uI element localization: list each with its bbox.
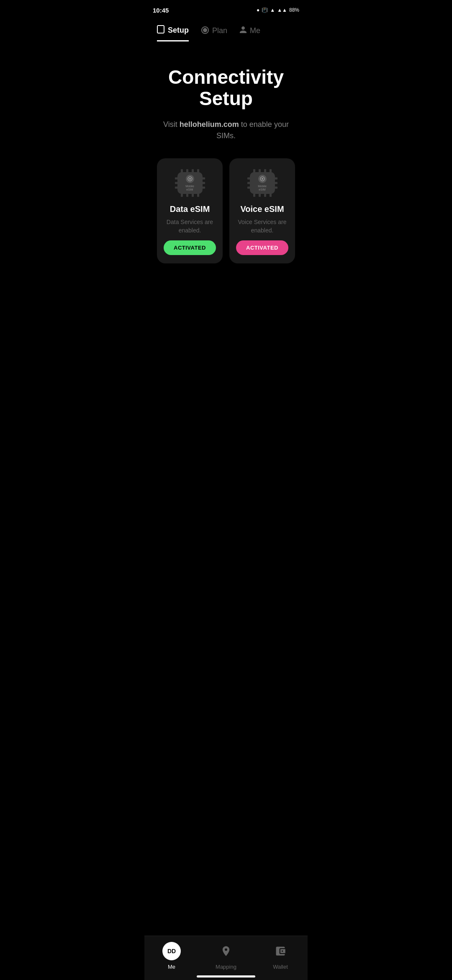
- signal-icon: ▲▲: [277, 7, 287, 13]
- voice-esim-card: MobileeSIM Voice eSIM Voice Services are…: [229, 158, 295, 263]
- chip-pin: [270, 193, 272, 197]
- me-icon: [240, 26, 247, 36]
- chip-pin: [259, 193, 261, 197]
- chip-pin: [186, 193, 188, 197]
- voice-esim-chip-icon: MobileeSIM: [246, 168, 279, 198]
- plan-icon: [201, 26, 209, 36]
- notification-icon: ●: [257, 7, 259, 13]
- main-content: Connectivity Setup Visit hellohelium.com…: [144, 41, 308, 272]
- voice-esim-description: Voice Services are enabled.: [236, 218, 288, 235]
- esim-cards: MobileeSIM Data eSIM Data Services are e…: [157, 158, 295, 263]
- tab-plan[interactable]: Plan: [201, 26, 227, 41]
- subtitle-prefix: Visit: [163, 120, 180, 129]
- chip-logo-circle: [258, 175, 267, 183]
- svg-point-3: [262, 178, 263, 180]
- status-icons: ● 📳 ▲ ▲▲ 88%: [257, 7, 299, 13]
- status-time: 10:45: [153, 7, 169, 14]
- subtitle-link: hellohelium.com: [180, 120, 239, 129]
- voice-esim-title: Voice eSIM: [240, 204, 284, 214]
- chip-body: MobileeSIM: [250, 172, 275, 194]
- chip-pin: [253, 193, 255, 197]
- tab-plan-label: Plan: [212, 26, 227, 35]
- tab-me-label: Me: [250, 26, 260, 35]
- data-esim-chip-icon: MobileeSIM: [173, 168, 207, 198]
- top-tab-bar: Setup Plan Me: [144, 18, 308, 41]
- voice-esim-badge[interactable]: ACTIVATED: [236, 240, 288, 255]
- battery-icon: 88%: [289, 7, 299, 13]
- chip-body: MobileeSIM: [177, 172, 203, 194]
- data-esim-badge[interactable]: ACTIVATED: [164, 240, 216, 255]
- page-title: Connectivity Setup: [157, 67, 295, 109]
- status-bar: 10:45 ● 📳 ▲ ▲▲ 88%: [144, 0, 308, 18]
- svg-point-1: [189, 178, 191, 180]
- tab-me[interactable]: Me: [240, 26, 260, 41]
- subtitle: Visit hellohelium.com to enable your SIM…: [157, 119, 295, 142]
- chip-pin: [192, 193, 194, 197]
- chip-pin: [264, 193, 266, 197]
- chip-logo-circle: [186, 175, 194, 183]
- data-esim-title: Data eSIM: [170, 204, 210, 214]
- wifi-icon: ▲: [270, 7, 275, 13]
- setup-icon: [157, 25, 164, 35]
- chip-logo-text: MobileeSIM: [258, 185, 267, 192]
- data-esim-description: Data Services are enabled.: [164, 218, 216, 235]
- tab-setup[interactable]: Setup: [157, 25, 189, 41]
- data-esim-card: MobileeSIM Data eSIM Data Services are e…: [157, 158, 223, 263]
- chip-logo-text: MobileeSIM: [185, 185, 194, 192]
- chip-pin: [181, 193, 183, 197]
- tab-setup-label: Setup: [168, 26, 189, 35]
- chip-pin: [197, 193, 199, 197]
- vibrate-icon: 📳: [262, 7, 268, 13]
